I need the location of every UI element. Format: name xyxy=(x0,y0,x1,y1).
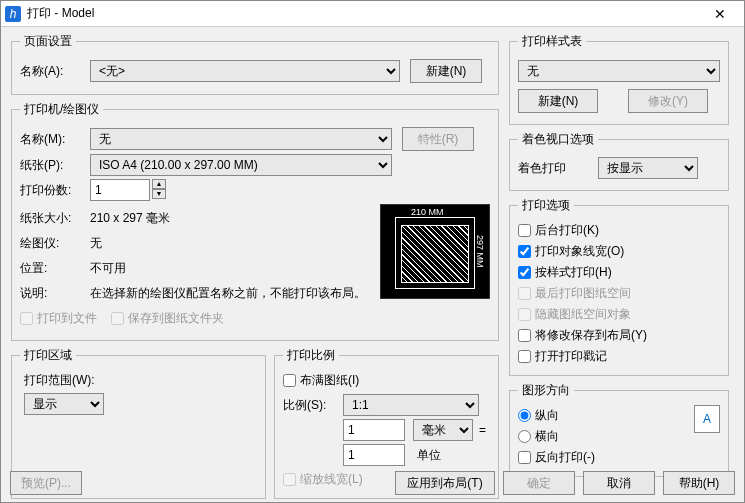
ratio-label: 比例(S): xyxy=(283,397,343,414)
paper-select[interactable]: ISO A4 (210.00 x 297.00 MM) xyxy=(90,154,392,176)
location-label: 位置: xyxy=(20,260,90,277)
reverse-print-cb[interactable] xyxy=(518,451,531,464)
orientation-icon: A xyxy=(694,405,720,433)
by-style-cb[interactable] xyxy=(518,266,531,279)
range-label: 打印范围(W): xyxy=(24,372,257,389)
page-setup-legend: 页面设置 xyxy=(20,33,76,50)
plotter-value: 无 xyxy=(90,235,102,252)
printer-name-label: 名称(M): xyxy=(20,131,90,148)
scale-num2-input[interactable] xyxy=(343,444,405,466)
cancel-button[interactable]: 取消 xyxy=(583,471,655,495)
orient-legend: 图形方向 xyxy=(518,382,574,399)
bg-print-cb[interactable] xyxy=(518,224,531,237)
paper-preview: 210 MM 297 MM xyxy=(380,204,490,299)
printer-legend: 打印机/绘图仪 xyxy=(20,101,103,118)
close-icon[interactable]: ✕ xyxy=(700,6,740,22)
hide-paperspace-cb xyxy=(518,308,531,321)
fit-to-paper-cb[interactable] xyxy=(283,374,296,387)
scale-unit1-select[interactable]: 毫米 xyxy=(413,419,473,441)
shade-legend: 着色视口选项 xyxy=(518,131,598,148)
ok-button: 确定 xyxy=(503,471,575,495)
size-value: 210 x 297 毫米 xyxy=(90,210,170,227)
preview-button: 预览(P)... xyxy=(10,471,82,495)
window-title: 打印 - Model xyxy=(27,5,700,22)
app-icon: h xyxy=(5,6,21,22)
style-modify-button: 修改(Y) xyxy=(628,89,708,113)
options-legend: 打印选项 xyxy=(518,197,574,214)
spin-down-icon[interactable]: ▼ xyxy=(152,189,166,199)
page-name-label: 名称(A): xyxy=(20,63,90,80)
paper-label: 纸张(P): xyxy=(20,157,90,174)
copies-input[interactable] xyxy=(90,179,150,201)
style-table-group: 打印样式表 无 新建(N) 修改(Y) xyxy=(509,33,729,125)
scale-num1-input[interactable] xyxy=(343,419,405,441)
style-table-legend: 打印样式表 xyxy=(518,33,586,50)
desc-label: 说明: xyxy=(20,285,90,302)
page-new-button[interactable]: 新建(N) xyxy=(410,59,482,83)
print-options-group: 打印选项 后台打印(K) 打印对象线宽(O) 按样式打印(H) 最后打印图纸空间… xyxy=(509,197,729,376)
spin-up-icon[interactable]: ▲ xyxy=(152,179,166,189)
page-name-select[interactable]: <无> xyxy=(90,60,400,82)
page-setup-group: 页面设置 名称(A): <无> 新建(N) xyxy=(11,33,499,95)
orientation-group: 图形方向 纵向 横向 反向打印(-) A xyxy=(509,382,729,477)
desc-value: 在选择新的绘图仪配置名称之前，不能打印该布局。 xyxy=(90,285,366,302)
scale-legend: 打印比例 xyxy=(283,347,339,364)
ratio-select[interactable]: 1:1 xyxy=(343,394,479,416)
last-paperspace-cb xyxy=(518,287,531,300)
printer-group: 打印机/绘图仪 名称(M): 无 特性(R) 纸张(P): ISO A4 (21… xyxy=(11,101,499,341)
portrait-radio[interactable] xyxy=(518,409,531,422)
style-table-select[interactable]: 无 xyxy=(518,60,720,82)
shade-select[interactable]: 按显示 xyxy=(598,157,698,179)
title-bar: h 打印 - Model ✕ xyxy=(1,1,744,27)
scale-unit2-label: 单位 xyxy=(417,447,441,464)
properties-button: 特性(R) xyxy=(402,127,474,151)
plotter-label: 绘图仪: xyxy=(20,235,90,252)
copies-label: 打印份数: xyxy=(20,182,90,199)
area-legend: 打印区域 xyxy=(20,347,76,364)
landscape-radio[interactable] xyxy=(518,430,531,443)
shade-viewport-group: 着色视口选项 着色打印 按显示 xyxy=(509,131,729,191)
location-value: 不可用 xyxy=(90,260,126,277)
apply-layout-button[interactable]: 应用到布局(T) xyxy=(395,471,495,495)
lineweight-cb[interactable] xyxy=(518,245,531,258)
style-new-button[interactable]: 新建(N) xyxy=(518,89,598,113)
help-button[interactable]: 帮助(H) xyxy=(663,471,735,495)
equals-label: = xyxy=(479,423,486,437)
save-to-layout-cb[interactable] xyxy=(518,329,531,342)
save-sheet-cb xyxy=(111,312,124,325)
range-select[interactable]: 显示 xyxy=(24,393,104,415)
print-to-file-cb xyxy=(20,312,33,325)
print-stamp-cb[interactable] xyxy=(518,350,531,363)
shade-label: 着色打印 xyxy=(518,160,598,177)
printer-name-select[interactable]: 无 xyxy=(90,128,392,150)
size-label: 纸张大小: xyxy=(20,210,90,227)
